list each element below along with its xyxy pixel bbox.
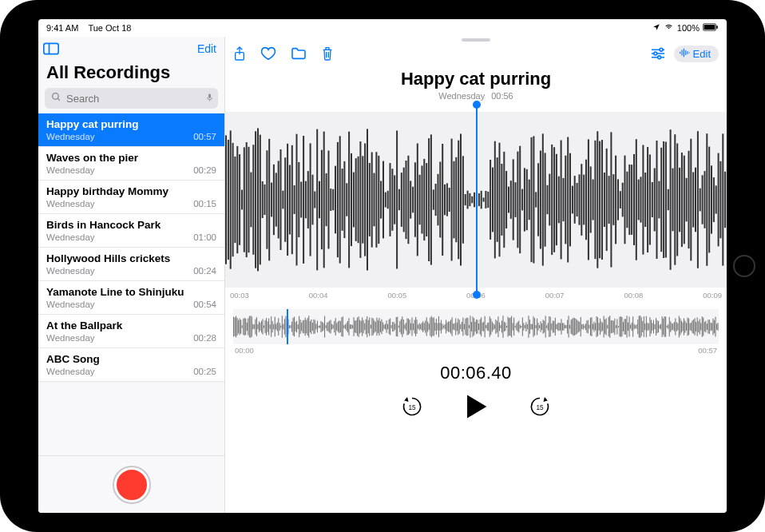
svg-rect-30 (239, 154, 240, 245)
recording-row-day: Wednesday (46, 232, 95, 242)
recording-row[interactable]: Yamanote Line to ShinjukuWednesday00:54 (38, 281, 224, 315)
svg-rect-439 (470, 316, 470, 337)
playback-options-button[interactable] (650, 47, 666, 60)
svg-rect-223 (679, 168, 680, 232)
svg-rect-441 (472, 316, 473, 336)
svg-rect-419 (446, 320, 446, 334)
recording-row-day: Wednesday (46, 367, 95, 376)
svg-rect-147 (505, 171, 507, 228)
forward-15-button[interactable]: 15 (528, 395, 552, 422)
svg-rect-205 (638, 180, 640, 220)
move-to-folder-button[interactable] (291, 47, 307, 60)
svg-rect-607 (674, 322, 675, 332)
svg-rect-141 (492, 168, 493, 232)
recording-row[interactable]: Happy birthday MommyWednesday00:15 (38, 181, 224, 214)
svg-rect-283 (280, 326, 281, 328)
recording-row-duration: 00:24 (193, 266, 216, 276)
svg-rect-634 (707, 324, 708, 330)
favorite-button[interactable] (260, 46, 276, 61)
main-waveform[interactable] (225, 112, 727, 288)
sidebar-edit-button[interactable]: Edit (197, 42, 216, 55)
svg-rect-475 (513, 318, 514, 336)
svg-rect-199 (624, 156, 626, 244)
svg-rect-408 (432, 318, 433, 336)
timeline-tick: 00:03 (230, 291, 249, 300)
svg-rect-191 (606, 149, 608, 251)
svg-rect-336 (345, 324, 346, 329)
svg-rect-554 (609, 316, 610, 338)
svg-rect-561 (618, 326, 619, 328)
svg-rect-244 (233, 317, 234, 337)
svg-rect-206 (640, 177, 642, 222)
recordings-list[interactable]: Happy cat purringWednesday00:57Waves on … (38, 113, 224, 455)
edit-recording-button[interactable]: Edit (674, 46, 719, 62)
svg-rect-69 (328, 151, 330, 249)
recording-row[interactable]: ABC SongWednesday00:25 (38, 348, 224, 382)
recording-title[interactable]: Happy cat purring (225, 69, 727, 89)
svg-rect-261 (254, 324, 255, 329)
svg-rect-382 (401, 320, 402, 335)
svg-rect-386 (406, 323, 406, 331)
overview-playhead[interactable] (287, 309, 288, 344)
home-button[interactable] (733, 255, 755, 277)
svg-rect-77 (346, 183, 347, 216)
svg-rect-111 (423, 159, 425, 240)
svg-rect-308 (311, 320, 311, 334)
delete-button[interactable] (321, 46, 334, 62)
recording-row[interactable]: At the BallparkWednesday00:28 (38, 315, 224, 348)
svg-rect-194 (612, 174, 614, 225)
record-button[interactable] (114, 467, 149, 502)
toggle-sidebar-button[interactable] (43, 42, 59, 55)
share-button[interactable] (233, 46, 246, 62)
svg-rect-83 (359, 141, 361, 258)
status-left: 9:41 AM Tue Oct 18 (46, 23, 131, 33)
svg-rect-124 (454, 161, 455, 238)
svg-rect-503 (548, 323, 549, 330)
svg-rect-186 (594, 141, 596, 259)
svg-rect-612 (680, 319, 680, 335)
svg-rect-613 (681, 321, 682, 333)
recording-row[interactable]: Hollywood Hills cricketsWednesday00:24 (38, 248, 224, 281)
svg-rect-262 (255, 320, 256, 335)
playhead[interactable] (476, 107, 478, 292)
svg-rect-517 (565, 325, 565, 329)
svg-rect-237 (711, 165, 712, 233)
svg-rect-102 (403, 168, 405, 232)
search-input[interactable] (66, 93, 200, 105)
svg-rect-631 (703, 318, 704, 336)
battery-icon (703, 23, 719, 33)
svg-rect-95 (387, 191, 389, 208)
svg-rect-409 (434, 317, 434, 335)
mic-icon[interactable] (205, 92, 214, 105)
search-field[interactable] (45, 88, 218, 109)
svg-rect-604 (670, 321, 671, 332)
svg-rect-110 (422, 165, 423, 233)
svg-rect-368 (384, 325, 385, 329)
svg-rect-484 (525, 325, 525, 328)
svg-rect-413 (438, 316, 439, 337)
svg-rect-232 (700, 189, 701, 212)
svg-rect-252 (243, 319, 244, 335)
timeline-tick: 00:04 (309, 291, 328, 300)
svg-rect-578 (639, 316, 640, 337)
svg-rect-90 (375, 152, 377, 248)
svg-rect-527 (577, 320, 577, 334)
rewind-15-button[interactable]: 15 (400, 395, 424, 422)
svg-rect-360 (374, 320, 375, 332)
svg-rect-493 (536, 325, 537, 328)
svg-rect-54 (294, 185, 295, 214)
recording-row[interactable]: Birds in Hancock ParkWednesday01:00 (38, 214, 224, 248)
svg-rect-520 (569, 316, 569, 338)
svg-rect-358 (371, 318, 372, 336)
svg-rect-574 (634, 324, 635, 330)
overview-waveform[interactable] (233, 309, 719, 344)
svg-rect-516 (563, 324, 564, 331)
recording-row[interactable]: Waves on the pierWednesday00:29 (38, 147, 224, 181)
play-button[interactable] (464, 393, 488, 423)
svg-rect-258 (250, 316, 251, 338)
recording-row[interactable]: Happy cat purringWednesday00:57 (38, 113, 224, 147)
svg-rect-246 (236, 316, 236, 338)
svg-rect-208 (644, 173, 646, 227)
svg-rect-187 (597, 131, 598, 268)
svg-rect-558 (614, 319, 615, 335)
